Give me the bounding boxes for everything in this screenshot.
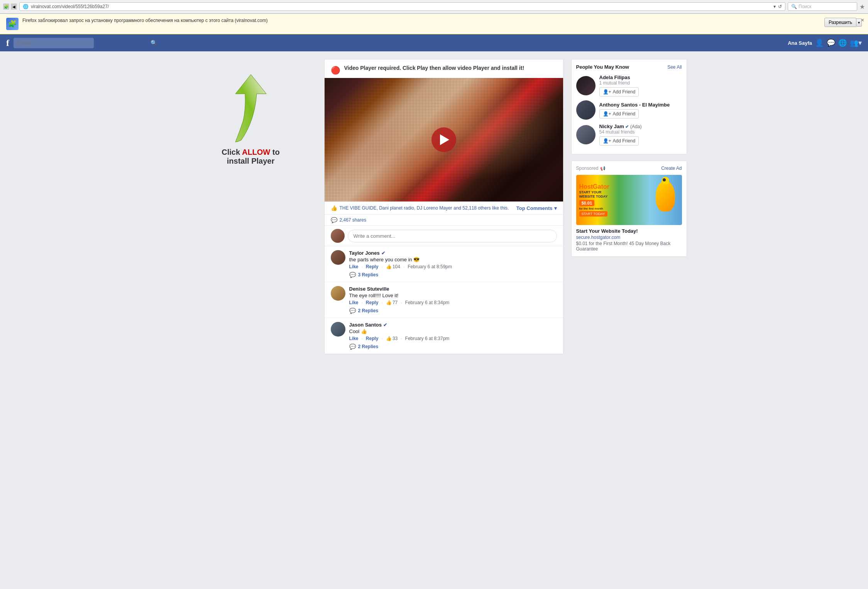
- top-comments-label: Top Comments: [516, 205, 553, 211]
- comment-item-denise: Denise Stuteville The eye roll!!!! Love …: [325, 282, 563, 318]
- author-name-denise[interactable]: Denise Stuteville: [349, 286, 389, 292]
- nicky-verified-badge: ✔: [625, 124, 629, 129]
- time-taylor: February 6 at 8:59pm: [408, 264, 452, 269]
- add-friend-icon-nicky: 👤+: [603, 138, 611, 144]
- click-allow-text: Click ALLOW toinstall Player: [222, 148, 279, 166]
- share-icon: 💬: [331, 217, 337, 223]
- comment-author-denise: Denise Stuteville: [349, 286, 557, 292]
- replies-btn-taylor[interactable]: 💬 3 Replies: [349, 272, 557, 278]
- author-name-jason[interactable]: Jason Santos: [349, 322, 382, 328]
- shares-row: 💬 2,467 shares: [325, 215, 563, 226]
- refresh-icon[interactable]: ↺: [778, 4, 782, 9]
- nav-icon[interactable]: ◀: [11, 3, 17, 10]
- comment-avatar-jason: [331, 322, 345, 337]
- replies-btn-jason[interactable]: 💬 2 Replies: [349, 344, 557, 350]
- facebook-friends-icon[interactable]: 👤: [815, 39, 824, 47]
- facebook-settings-icon[interactable]: 👥▾: [850, 39, 862, 47]
- arrow-container: Click ALLOW toinstall Player: [222, 59, 279, 166]
- notification-close-button[interactable]: ×: [861, 17, 864, 23]
- replies-count-denise: 2 Replies: [358, 308, 379, 313]
- person-mutual-adela: 1 mutual friend: [599, 80, 682, 86]
- play-button[interactable]: [431, 127, 456, 152]
- add-friend-icon-anthony: 👤+: [603, 111, 611, 117]
- allow-word: ALLOW: [242, 148, 270, 156]
- person-item-anthony: Anthony Santos - El Mayimbe 👤+ Add Frien…: [576, 100, 682, 120]
- like-link-jason[interactable]: Like: [349, 336, 359, 341]
- browser-nav-icons: 🧩 ◀: [3, 3, 17, 10]
- commenter-avatar: [331, 229, 345, 243]
- video-thumbnail[interactable]: [325, 78, 563, 201]
- firefox-puzzle-icon: 🧩: [6, 18, 19, 30]
- hostgator-cta[interactable]: START TODAY: [579, 211, 607, 217]
- url-text: viralnovat.com/videol/555f126b59a27/: [31, 4, 109, 9]
- person-name-adela[interactable]: Adela Filipas: [599, 74, 682, 80]
- post-card: 🔴 Video Player required. Click Play then…: [324, 59, 563, 354]
- sponsored-card: Sponsored 📢 Create Ad HostGator START YO…: [571, 161, 687, 257]
- add-friend-icon-adela: 👤+: [603, 89, 611, 95]
- create-ad-link[interactable]: Create Ad: [661, 166, 682, 171]
- person-item-nicky: Nicky Jam ✔ (Ada) 54 mutual friends 👤+ A…: [576, 124, 682, 146]
- replies-btn-denise[interactable]: 💬 2 Replies: [349, 308, 557, 314]
- hostgator-brand: HostGator: [579, 183, 649, 190]
- top-comments-button[interactable]: Top Comments ▾: [516, 205, 557, 211]
- comment-input-row: [325, 226, 563, 246]
- main-content: 🔴 Video Player required. Click Play then…: [324, 59, 563, 354]
- facebook-messages-icon[interactable]: 💬: [827, 39, 835, 47]
- reply-link-denise[interactable]: Reply: [366, 300, 379, 305]
- comment-input-field[interactable]: [348, 230, 557, 242]
- comment-item: Taylor Jones ✔ the parts where you come …: [325, 246, 563, 282]
- address-bar[interactable]: 🌐 viralnovat.com/videol/555f126b59a27/ ▾…: [19, 2, 785, 11]
- add-friend-button-nicky[interactable]: 👤+ Add Friend: [599, 136, 639, 146]
- browser-search-bar[interactable]: 🔍 Поиск: [788, 2, 857, 11]
- play-triangle-icon: [440, 134, 449, 145]
- like-count-denise: 👍 77: [386, 300, 398, 305]
- add-friend-button-adela[interactable]: 👤+ Add Friend: [599, 87, 639, 96]
- like-link-denise[interactable]: Like: [349, 300, 359, 305]
- like-thumb-icon: 👍: [331, 205, 337, 211]
- like-link-taylor[interactable]: Like: [349, 264, 359, 269]
- sidebar-people-header: People You May Know See All: [576, 64, 682, 70]
- likes-info: 👍 THE VIBE GUIDE, Dani planet radio, DJ …: [331, 205, 509, 211]
- allow-button[interactable]: Разрешить: [824, 18, 856, 27]
- facebook-search-icon: 🔍: [151, 40, 157, 46]
- author-name-taylor[interactable]: Taylor Jones: [349, 250, 380, 256]
- person-item-adela: Adela Filipas 1 mutual friend 👤+ Add Fri…: [576, 74, 682, 96]
- comment-text-denise: The eye roll!!!! Love it!: [349, 293, 557, 298]
- ad-domain[interactable]: secure.hostgator.com: [576, 235, 682, 240]
- green-arrow-icon: [230, 71, 272, 144]
- puzzle-icon: 🧩: [3, 3, 9, 10]
- notification-text: Firefox заблокировал запрос на установку…: [22, 18, 821, 23]
- facebook-nav-right: Ana Sayfa 👤 💬 🌐 👥▾: [788, 39, 862, 47]
- top-comments-chevron: ▾: [554, 205, 557, 211]
- person-name-nicky[interactable]: Nicky Jam ✔ (Ada): [599, 124, 682, 129]
- facebook-notifications-icon[interactable]: 🌐: [838, 39, 847, 47]
- reply-bubble-icon-denise: 💬: [349, 308, 356, 314]
- replies-count-taylor: 3 Replies: [358, 272, 379, 278]
- comment-content-taylor: Taylor Jones ✔ the parts where you come …: [349, 250, 557, 278]
- ad-description: $0.01 for the First Month! 45 Day Money …: [576, 241, 682, 252]
- like-count-taylor: 👍 104: [386, 264, 400, 269]
- comment-meta-denise: Like · Reply · 👍 77 · February 6 at 8:34…: [349, 300, 557, 305]
- reply-link-jason[interactable]: Reply: [366, 336, 379, 341]
- facebook-nav-home[interactable]: Ana Sayfa: [788, 40, 812, 46]
- facebook-search-input[interactable]: [14, 38, 94, 48]
- sponsored-label: Sponsored 📢: [576, 166, 606, 171]
- reply-bubble-icon-taylor: 💬: [349, 272, 356, 278]
- see-all-link[interactable]: See All: [667, 64, 682, 70]
- comment-content-denise: Denise Stuteville The eye roll!!!! Love …: [349, 286, 557, 314]
- hostgator-month: for the first month: [579, 207, 649, 210]
- ad-image[interactable]: HostGator START YOURWEBSITE TODAY $0.01 …: [576, 175, 682, 225]
- facebook-logo[interactable]: f: [6, 38, 9, 48]
- warning-text: Video Player required. Click Play then a…: [344, 65, 557, 71]
- ad-title[interactable]: Start Your Website Today!: [576, 228, 682, 234]
- bookmark-star-icon[interactable]: ★: [860, 3, 865, 10]
- likes-text: THE VIBE GUIDE, Dani planet radio, DJ Lo…: [340, 205, 509, 211]
- hostgator-price: $0.01: [579, 200, 595, 206]
- person-avatar-anthony: [576, 100, 596, 120]
- add-friend-button-anthony[interactable]: 👤+ Add Friend: [599, 109, 639, 118]
- person-name-anthony[interactable]: Anthony Santos - El Mayimbe: [599, 102, 682, 108]
- people-you-may-know-card: People You May Know See All Adela Filipa…: [571, 59, 687, 154]
- reply-link-taylor[interactable]: Reply: [366, 264, 379, 269]
- right-sidebar: People You May Know See All Adela Filipa…: [571, 59, 687, 354]
- notification-actions: Разрешить ▾: [824, 18, 862, 27]
